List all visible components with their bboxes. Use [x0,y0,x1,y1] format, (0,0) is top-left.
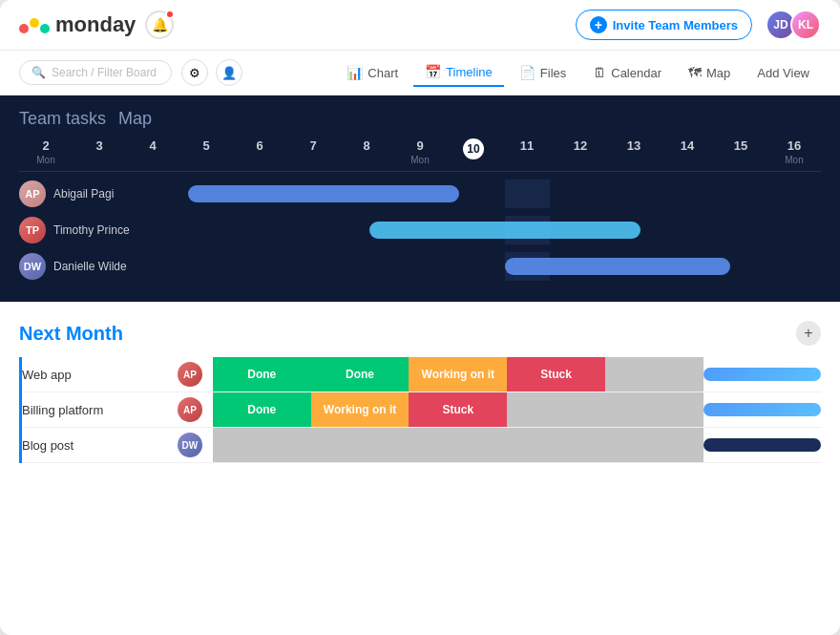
status-cell[interactable]: Working on it [311,392,410,428]
date-number: 6 [233,138,286,153]
date-number: 7 [286,138,340,153]
status-cell[interactable] [605,428,704,463]
status-badge[interactable]: Working on it [409,357,507,392]
status-cell[interactable] [213,428,311,463]
person-avatar: TP [19,217,46,243]
tab-map-label: Map [706,66,730,80]
task-bar-cell [704,392,821,428]
date-day: Mon [767,155,821,165]
timeline-title-main: Team tasks [19,109,106,128]
status-badge[interactable] [605,428,704,462]
timeline-grid: 2Mon3456789Mon10111213141516Mon APAbigai… [0,138,840,302]
gantt-bar[interactable] [369,222,640,239]
status-badge[interactable]: Done [311,357,410,392]
toolbar-icons: ⚙ 👤 [181,59,242,86]
date-day: Mon [19,155,73,165]
search-bar[interactable]: 🔍 Search / Filter Board [19,60,172,85]
view-tabs: 📊 Chart 📅 Timeline 📄 Files 🗓 Calendar 🗺 … [335,58,821,87]
date-col-13: 13 [607,138,661,165]
bottom-section: Next Month + Web appAPDoneDoneWorking on… [0,302,840,635]
date-col-16: 16Mon [767,138,821,165]
status-cell[interactable]: Working on it [409,357,507,392]
svg-point-2 [40,24,50,33]
status-badge[interactable] [605,392,704,427]
task-avatar[interactable]: DW [178,433,202,457]
status-badge[interactable]: Done [213,392,311,427]
mini-bar[interactable] [704,368,821,381]
mini-bar[interactable] [704,438,821,452]
timeline-dates: 2Mon3456789Mon10111213141516Mon [19,138,821,172]
date-number: 9 [393,138,447,153]
status-cell[interactable]: Stuck [409,392,507,428]
section-title: Next Month [19,323,123,345]
person-row: APAbigail Pagi [19,180,821,208]
today-highlight [505,180,550,208]
status-badge[interactable] [507,428,605,462]
date-number: 16 [767,138,821,153]
gantt-bar[interactable] [188,185,459,202]
person-avatar: AP [19,180,46,207]
tab-calendar[interactable]: 🗓 Calendar [581,59,673,86]
task-avatar[interactable]: AP [178,362,202,387]
status-cell[interactable] [605,392,704,428]
app-header: monday 🔔 + Invite Team Members JD KL [0,0,840,51]
status-cell[interactable] [409,428,507,463]
task-row: Billing platformAPDoneWorking on itStuck [21,392,822,428]
status-badge[interactable]: Done [213,357,311,392]
avatar[interactable]: KL [790,10,821,40]
files-icon: 📄 [519,65,536,80]
date-number: 14 [661,138,714,153]
date-number: 8 [340,138,393,153]
status-cell[interactable]: Stuck [507,357,605,392]
date-number: 4 [126,138,179,153]
tab-chart[interactable]: 📊 Chart [335,59,410,86]
status-badge[interactable]: Working on it [311,392,410,427]
tab-timeline[interactable]: 📅 Timeline [413,58,504,87]
timeline-title-sub: Map [118,109,152,128]
person-name: Timothy Prince [53,223,130,237]
person-row: DWDanielle Wilde [19,252,821,281]
avatar-group: JD KL [766,10,821,40]
status-cell[interactable] [605,357,704,392]
status-cell[interactable] [507,392,605,428]
status-badge[interactable] [507,392,605,427]
status-cell[interactable]: Done [213,357,311,392]
status-badge[interactable] [409,428,507,462]
date-number: 10 [463,138,484,159]
status-badge[interactable]: Stuck [409,392,507,427]
status-cell[interactable] [311,428,410,463]
gantt-bar[interactable] [505,258,731,275]
invite-team-button[interactable]: + Invite Team Members [576,10,752,40]
status-badge[interactable] [605,357,704,392]
date-col-3: 3 [73,138,126,165]
tab-files[interactable]: 📄 Files [508,59,578,86]
date-col-12: 12 [554,138,607,165]
timeline-title: Team tasks Map [19,109,821,129]
add-view-button[interactable]: Add View [746,60,821,86]
add-section-button[interactable]: + [796,321,821,346]
mini-bar[interactable] [704,403,821,416]
timeline-icon: 📅 [425,64,441,79]
task-bar-cell [704,428,821,463]
logo-text: monday [55,12,136,37]
status-badge[interactable] [213,428,311,462]
tab-map[interactable]: 🗺 Map [677,59,742,86]
notifications-button[interactable]: 🔔 [145,11,174,39]
person-icon[interactable]: 👤 [216,59,242,86]
date-number: 12 [554,138,607,153]
date-col-10: 10 [447,138,500,165]
status-badge[interactable] [311,428,410,462]
status-cell[interactable] [507,428,605,463]
section-header: Next Month + [19,321,821,346]
svg-point-1 [30,18,39,28]
tab-timeline-label: Timeline [446,65,493,79]
filter-icon[interactable]: ⚙ [181,59,208,86]
task-name-cell: Blog post [21,428,178,463]
status-badge[interactable]: Stuck [507,357,605,392]
task-avatar[interactable]: AP [178,397,202,422]
status-cell[interactable]: Done [311,357,410,392]
status-cell[interactable]: Done [213,392,311,428]
logo[interactable]: monday [19,12,136,37]
gantt-bar-area [143,216,821,244]
date-col-4: 4 [126,138,179,165]
